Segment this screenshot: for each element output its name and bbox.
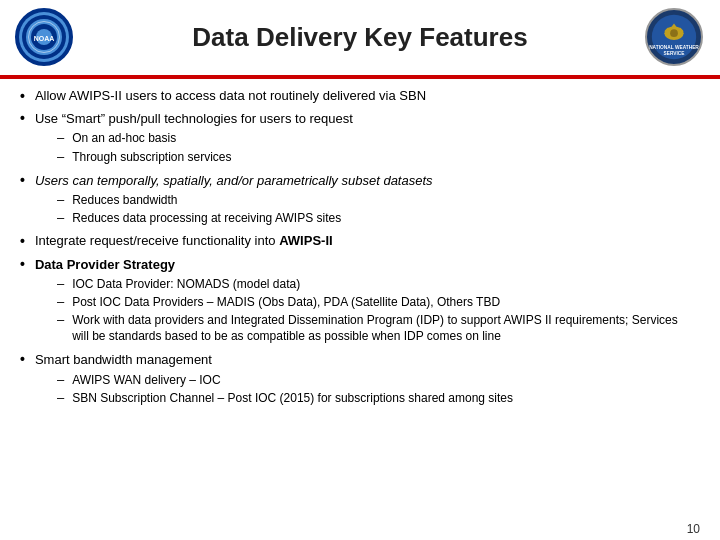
sub-dash-5-2: – — [57, 294, 64, 309]
sub-dash-6-2: – — [57, 390, 64, 405]
bullet-dot-5: • — [20, 256, 25, 272]
sub-dash-3-2: – — [57, 210, 64, 225]
sub-item-6-2: – SBN Subscription Channel – Post IOC (2… — [57, 390, 513, 406]
sub-item-5-1: – IOC Data Provider: NOMADS (model data) — [57, 276, 690, 292]
sub-text-2-2: Through subscription services — [72, 149, 231, 165]
page-number: 10 — [687, 522, 700, 536]
bullet-dot-2: • — [20, 110, 25, 126]
bullet-item-2: • Use “Smart” push/pull technologies for… — [20, 109, 690, 167]
sub-item-2-2: – Through subscription services — [57, 149, 353, 165]
sub-items-2: – On an ad-hoc basis – Through subscript… — [57, 130, 353, 164]
sub-item-6-1: – AWIPS WAN delivery – IOC — [57, 372, 513, 388]
sub-text-5-1: IOC Data Provider: NOMADS (model data) — [72, 276, 300, 292]
sub-item-3-2: – Reduces data processing at receiving A… — [57, 210, 433, 226]
sub-text-5-2: Post IOC Data Providers – MADIS (Obs Dat… — [72, 294, 500, 310]
sub-text-3-1: Reduces bandwidth — [72, 192, 177, 208]
content-area: • Allow AWIPS-II users to access data no… — [0, 79, 720, 518]
sub-text-3-2: Reduces data processing at receiving AWI… — [72, 210, 341, 226]
bullet-dot-3: • — [20, 172, 25, 188]
bullet-item-1: • Allow AWIPS-II users to access data no… — [20, 87, 690, 105]
svg-text:SERVICE: SERVICE — [663, 51, 685, 56]
sub-dash-2-2: – — [57, 149, 64, 164]
slide-title: Data Delivery Key Features — [192, 22, 527, 53]
slide: NOAA Data Delivery Key Features — [0, 0, 720, 540]
noaa-logo: NOAA — [15, 8, 75, 68]
svg-text:NATIONAL WEATHER: NATIONAL WEATHER — [649, 45, 699, 50]
bullet-item-4: • Integrate request/receive functionalit… — [20, 232, 690, 250]
bullet-dot-1: • — [20, 88, 25, 104]
bullet-dot-6: • — [20, 351, 25, 367]
svg-text:NOAA: NOAA — [34, 35, 55, 42]
sub-items-6: – AWIPS WAN delivery – IOC – SBN Subscri… — [57, 372, 513, 406]
footer: 10 — [0, 518, 720, 540]
bullet-text-4: Integrate request/receive functionality … — [35, 232, 333, 250]
bullet-text-1: Allow AWIPS-II users to access data not … — [35, 87, 426, 105]
bullet-text-5: Data Provider Strategy — [35, 257, 175, 272]
sub-text-6-1: AWIPS WAN delivery – IOC — [72, 372, 220, 388]
bullet-item-5: • Data Provider Strategy – IOC Data Prov… — [20, 255, 690, 347]
sub-dash-5-1: – — [57, 276, 64, 291]
bullet-text-3: Users can temporally, spatially, and/or … — [35, 173, 433, 188]
sub-item-2-1: – On an ad-hoc basis — [57, 130, 353, 146]
sub-text-2-1: On an ad-hoc basis — [72, 130, 176, 146]
sub-items-3: – Reduces bandwidth – Reduces data proce… — [57, 192, 433, 226]
sub-dash-5-3: – — [57, 312, 64, 327]
bullet-text-2: Use “Smart” push/pull technologies for u… — [35, 111, 353, 126]
sub-text-5-3: Work with data providers and Integrated … — [72, 312, 690, 344]
sub-items-5: – IOC Data Provider: NOMADS (model data)… — [57, 276, 690, 345]
bullet-text-6: Smart bandwidth management — [35, 352, 212, 367]
sub-dash-3-1: – — [57, 192, 64, 207]
sub-item-5-3: – Work with data providers and Integrate… — [57, 312, 690, 344]
sub-dash-2-1: – — [57, 130, 64, 145]
bullet-item-3: • Users can temporally, spatially, and/o… — [20, 171, 690, 229]
bullet-dot-4: • — [20, 233, 25, 249]
header: NOAA Data Delivery Key Features — [0, 0, 720, 75]
nws-logo: NATIONAL WEATHER SERVICE — [645, 8, 705, 68]
bullet-item-6: • Smart bandwidth management – AWIPS WAN… — [20, 350, 690, 408]
sub-item-5-2: – Post IOC Data Providers – MADIS (Obs D… — [57, 294, 690, 310]
svg-point-12 — [670, 29, 678, 37]
sub-text-6-2: SBN Subscription Channel – Post IOC (201… — [72, 390, 513, 406]
sub-item-3-1: – Reduces bandwidth — [57, 192, 433, 208]
sub-dash-6-1: – — [57, 372, 64, 387]
